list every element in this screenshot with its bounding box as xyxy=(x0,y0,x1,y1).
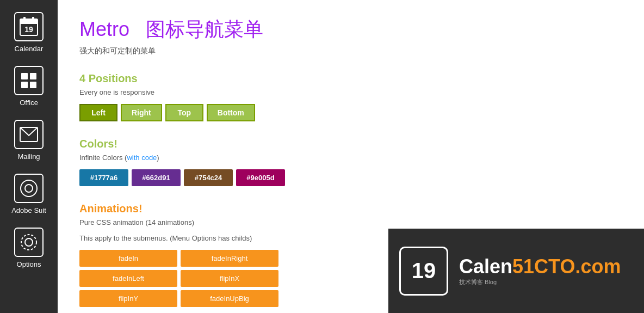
svg-point-11 xyxy=(25,185,33,192)
svg-rect-8 xyxy=(30,82,36,88)
sidebar-item-calendar[interactable]: 19 Calendar xyxy=(0,5,58,59)
anim-btn-1[interactable]: fadeInRight xyxy=(181,250,278,267)
overlay-calen: Calen xyxy=(459,255,512,278)
svg-point-13 xyxy=(21,235,36,250)
anim-btn-0[interactable]: fadeIn xyxy=(79,250,177,267)
position-btn-right[interactable]: Right xyxy=(121,104,162,121)
colors-btn-group: #1777a6 #662d91 #754c24 #9e005d xyxy=(79,169,622,186)
svg-point-12 xyxy=(25,238,33,246)
overlay-logo: Calen51CTO.com 技术博客 Blog xyxy=(459,255,621,286)
colors-desc: Infinite Colors (with code) xyxy=(79,154,622,162)
overlay-calendar-number: 19 xyxy=(412,259,436,283)
svg-point-10 xyxy=(21,180,37,197)
anim-btn-2[interactable]: fadeInLeft xyxy=(79,270,177,287)
svg-rect-7 xyxy=(21,82,28,88)
color-btn-0[interactable]: #1777a6 xyxy=(79,169,128,186)
bottom-overlay: 19 Calen51CTO.com 技术博客 Blog xyxy=(388,229,644,313)
options-icon xyxy=(14,228,44,257)
positions-section: 4 Positions Every one is responsive Left… xyxy=(79,72,622,121)
colors-link: with code xyxy=(127,154,157,162)
mailing-icon xyxy=(14,120,44,149)
sidebar-item-adobe-suit[interactable]: Adobe Suit xyxy=(0,167,58,221)
calendar-icon: 19 xyxy=(14,12,44,41)
svg-rect-1 xyxy=(20,19,38,24)
sidebar-adobe-label: Adobe Suit xyxy=(11,206,46,214)
page-subtitle: 强大的和可定制的菜单 xyxy=(79,46,622,56)
sidebar-item-options[interactable]: Options xyxy=(0,221,58,275)
colors-section: Colors! Infinite Colors (with code) #177… xyxy=(79,138,622,186)
svg-rect-6 xyxy=(30,73,36,79)
page-title: Metro 图标导航菜单 xyxy=(79,16,622,43)
position-btn-left[interactable]: Left xyxy=(79,104,117,121)
office-icon xyxy=(14,66,44,95)
title-chinese: 图标导航菜单 xyxy=(146,18,263,40)
sidebar-mailing-label: Mailing xyxy=(17,152,40,161)
sidebar-calendar-label: Calendar xyxy=(15,45,44,53)
main-content: Metro 图标导航菜单 强大的和可定制的菜单 4 Positions Ever… xyxy=(58,0,644,313)
positions-desc: Every one is responsive xyxy=(79,88,622,96)
sidebar-item-office[interactable]: Office xyxy=(0,59,58,113)
overlay-site-sub: 技术博客 Blog xyxy=(459,278,497,286)
svg-rect-5 xyxy=(21,73,28,79)
colors-title: Colors! xyxy=(79,138,622,150)
sidebar-options-label: Options xyxy=(17,260,41,268)
color-btn-1[interactable]: #662d91 xyxy=(132,169,181,186)
sidebar: 19 Calendar Office Mailing xyxy=(0,0,58,313)
animations-desc1: Pure CSS animation (14 animations) xyxy=(79,218,622,226)
color-btn-2[interactable]: #754c24 xyxy=(184,169,233,186)
anim-btn-3[interactable]: flipInX xyxy=(181,270,278,287)
positions-title: 4 Positions xyxy=(79,72,622,85)
svg-rect-4 xyxy=(32,17,34,21)
position-btn-bottom[interactable]: Bottom xyxy=(207,104,255,121)
positions-btn-group: Left Right Top Bottom xyxy=(79,104,622,121)
sidebar-item-mailing[interactable]: Mailing xyxy=(0,113,58,167)
sidebar-office-label: Office xyxy=(20,99,38,107)
svg-rect-3 xyxy=(23,17,26,21)
overlay-calendar-icon: 19 xyxy=(399,247,448,296)
position-btn-top[interactable]: Top xyxy=(165,104,203,121)
overlay-51cto: 51CTO.com xyxy=(512,255,621,278)
svg-text:19: 19 xyxy=(24,25,33,34)
anim-btn-5[interactable]: fadeInUpBig xyxy=(181,290,278,307)
color-btn-3[interactable]: #9e005d xyxy=(236,169,285,186)
animations-title: Animations! xyxy=(79,202,622,215)
title-english: Metro xyxy=(79,18,129,40)
overlay-app-name: Calen51CTO.com xyxy=(459,255,621,278)
adobe-icon xyxy=(14,174,44,203)
anim-btn-4[interactable]: flipInY xyxy=(79,290,177,307)
